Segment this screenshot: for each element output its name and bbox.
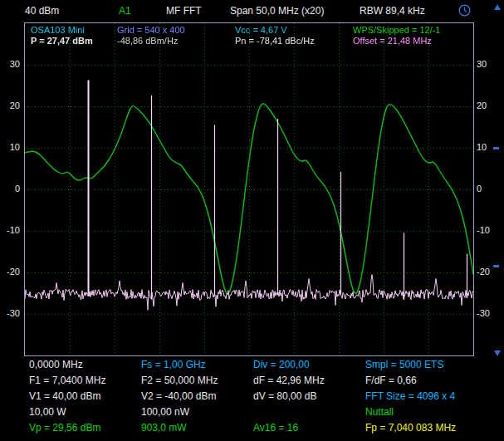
overlay-vcc-info: Vcc = 4,67 V Pn = -78,41 dBc/Hz — [235, 25, 315, 47]
div-readout: Div = 200,00 — [253, 359, 310, 370]
axis-tick-label: -10 — [477, 225, 490, 235]
readout-row: Vp = 29,56 dBm 903,0 mW Av16 = 16 Fp = 7… — [29, 422, 498, 438]
window-function-readout: Nuttall — [365, 406, 394, 418]
device-name: OSA103 Mini — [31, 25, 93, 36]
marker-frequency-readout: 0,0000 MHz — [29, 359, 83, 370]
axis-tick-label: 20 — [477, 100, 487, 110]
span-readout[interactable]: Span 50,0 MHz (x20) — [230, 5, 324, 17]
readout-row: 0,0000 MHz Fs = 1,00 GHz Div = 200,00 Sm… — [29, 359, 498, 375]
sample-rate-readout: Fs = 1,00 GHz — [141, 359, 206, 370]
ref-level-readout[interactable]: 40 dBm — [25, 5, 59, 17]
axis-tick-label: 20 — [10, 100, 20, 110]
axis-tick-label: -20 — [7, 267, 20, 277]
scroll-up-icon[interactable] — [494, 4, 501, 10]
power-readout: P = 27,47 dBm — [31, 36, 93, 47]
spectrum-plot-canvas[interactable] — [25, 23, 473, 355]
readout-row: F1 = 7,0400 MHz F2 = 50,000 MHz dF = 42,… — [29, 375, 498, 390]
scroll-down-icon[interactable] — [494, 350, 501, 356]
level-marker-icon[interactable] — [493, 265, 499, 267]
axis-tick-label: 30 — [10, 59, 20, 69]
readout-row: 10,00 W 100,00 nW Nuttall — [29, 406, 498, 422]
grid-size-readout: Grid = 540 x 400 — [117, 25, 185, 36]
scale-scrollbar — [493, 4, 502, 356]
axis-tick-label: 10 — [10, 142, 20, 152]
rbw-readout[interactable]: RBW 89,4 kHz — [360, 5, 425, 17]
v2-readout: V2 = -40,00 dBm — [141, 390, 216, 402]
axis-tick-label: -10 — [7, 225, 20, 235]
clock-icon[interactable] — [458, 4, 471, 17]
p2-watts-readout: 100,00 nW — [141, 406, 189, 418]
f2-readout: F2 = 50,000 MHz — [141, 375, 218, 386]
vp-readout: Vp = 29,56 dBm — [29, 422, 100, 434]
fft-size-readout: FFT Size = 4096 x 4 — [365, 390, 455, 402]
v1-readout: V1 = 40,00 dBm — [29, 390, 100, 402]
dv-readout: dV = 80,00 dB — [253, 390, 316, 402]
f1-readout: F1 = 7,0400 MHz — [29, 375, 105, 386]
wps-skipped-readout: WPS/Skipped = 12/-1 — [353, 25, 440, 36]
averaging-readout: Av16 = 16 — [253, 422, 298, 434]
axis-tick-label: -20 — [477, 267, 490, 277]
fp-readout: Fp = 7,040 083 MHz — [365, 422, 456, 434]
axis-left: 3020100-10-20-30 — [0, 23, 22, 355]
offset-readout: Offset = 21,48 MHz — [353, 36, 440, 47]
level-marker-icon[interactable] — [493, 147, 499, 149]
channel-selector[interactable]: A1 — [119, 5, 131, 17]
phase-noise-readout: Pn = -78,41 dBc/Hz — [235, 36, 315, 47]
axis-tick-label: 10 — [477, 142, 487, 152]
vcc-readout: Vcc = 4,67 V — [235, 25, 315, 36]
axis-tick-label: 0 — [15, 184, 20, 194]
overlay-grid-info: Grid = 540 x 400 -48,86 dBm/Hz — [117, 25, 185, 47]
f-over-df-readout: F/dF = 0,66 — [365, 375, 417, 386]
density-readout: -48,86 dBm/Hz — [117, 36, 185, 47]
overlay-device-info: OSA103 Mini P = 27,47 dBm — [31, 25, 93, 47]
axis-tick-label: 0 — [477, 184, 482, 194]
spectrum-plot-frame: OSA103 Mini P = 27,47 dBm Grid = 540 x 4… — [24, 22, 474, 356]
peak-power-readout: 903,0 mW — [141, 422, 187, 434]
axis-tick-label: 30 — [477, 59, 487, 69]
mode-selector[interactable]: MF FFT — [166, 5, 202, 17]
overlay-wps-info: WPS/Skipped = 12/-1 Offset = 21,48 MHz — [353, 25, 440, 47]
samples-readout: Smpl = 5000 ETS — [365, 359, 443, 370]
df-readout: dF = 42,96 MHz — [253, 375, 325, 386]
p1-watts-readout: 10,00 W — [29, 406, 66, 418]
osa103-app-window: 40 dBm A1 MF FFT Span 50,0 MHz (x20) RBW… — [0, 0, 504, 441]
readout-row: V1 = 40,00 dBm V2 = -40,00 dBm dV = 80,0… — [29, 390, 498, 406]
axis-tick-label: -30 — [7, 308, 20, 318]
axis-tick-label: -30 — [477, 308, 490, 318]
